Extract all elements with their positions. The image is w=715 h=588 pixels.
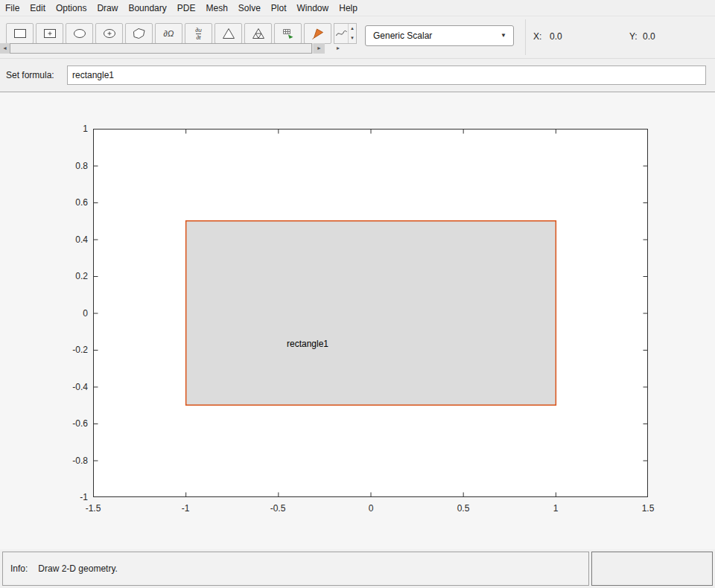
status-aux-box	[591, 552, 713, 586]
y-tick-label: -0.2	[43, 344, 88, 356]
dropdown-caret-icon: ▼	[500, 26, 506, 45]
refine-mesh-button[interactable]	[244, 23, 272, 44]
draw-rectangle-corner-button[interactable]	[6, 23, 34, 44]
x-tick-label: 0.5	[437, 503, 489, 514]
ellipse-corner-icon	[72, 27, 87, 40]
solve-pde-button[interactable]	[274, 23, 302, 44]
overflow-right-arrow[interactable]: ▸	[337, 45, 340, 51]
y-tick-label: -1	[43, 491, 88, 503]
scroll-left-arrow-icon[interactable]: ◄	[0, 43, 10, 54]
boundary-mode-button[interactable]: ∂Ω	[155, 23, 182, 44]
draw-ellipse-center-button[interactable]	[95, 23, 123, 44]
spinner-up-icon[interactable]: ▲	[349, 24, 356, 33]
menu-bar: File Edit Options Draw Boundary PDE Mesh…	[0, 0, 715, 16]
toolbar-separator	[525, 19, 526, 55]
x-tick-label: -1.5	[67, 503, 119, 514]
info-label: Info:	[10, 563, 28, 574]
spinner-down-icon[interactable]: ▼	[349, 33, 356, 43]
x-tick-label: -0.5	[252, 503, 304, 514]
menu-solve[interactable]: Solve	[233, 1, 266, 15]
initialize-mesh-button[interactable]	[214, 23, 242, 44]
menu-window[interactable]: Window	[292, 1, 334, 15]
x-tick-label: -1	[159, 503, 212, 514]
y-coordinate-label: Y:	[629, 31, 638, 42]
x-coordinate-value: 0.0	[550, 31, 562, 42]
y-tick-label: 0	[43, 307, 88, 319]
toolbar: ∂Ω ∂u ∂t	[0, 16, 715, 58]
solve-grid-icon	[281, 27, 296, 40]
rectangle-corner-icon	[13, 27, 28, 40]
menu-boundary[interactable]: Boundary	[123, 1, 171, 15]
mesh-triangle-icon	[221, 27, 236, 40]
menu-options[interactable]: Options	[51, 1, 92, 15]
plot-canvas: rectangle1 -1.5 -1 -0.5 0 0.5 1 1.5 1 0.…	[0, 92, 715, 549]
x-tick-label: 0	[345, 503, 397, 514]
set-formula-label: Set formula:	[6, 70, 54, 80]
draw-rectangle-center-button[interactable]	[36, 23, 63, 44]
rectangle-center-icon	[42, 27, 57, 40]
pde-mode-button[interactable]: ∂u ∂t	[185, 23, 212, 44]
plot-solution-button[interactable]	[304, 23, 331, 44]
refine-mesh-icon	[251, 27, 266, 40]
x-tick-label: 1	[530, 503, 582, 514]
curve-plot-icon	[334, 24, 348, 43]
pde-modeler-app: File Edit Options Draw Boundary PDE Mesh…	[0, 0, 715, 588]
y-tick-label: -0.8	[43, 455, 88, 467]
menu-file[interactable]: File	[0, 1, 25, 15]
draw-polygon-button[interactable]	[125, 23, 153, 44]
boundary-mode-icon: ∂Ω	[164, 29, 174, 38]
draw-ellipse-corner-button[interactable]	[66, 23, 93, 44]
polygon-icon	[132, 27, 147, 40]
pde-type-value: Generic Scalar	[373, 26, 432, 45]
menu-help[interactable]: Help	[334, 1, 363, 15]
menu-pde[interactable]: PDE	[172, 1, 201, 15]
info-box: Info:Draw 2-D geometry.	[2, 552, 589, 586]
y-tick-label: 0.2	[43, 270, 88, 282]
y-tick-label: -0.6	[43, 418, 88, 429]
toolbar-scrollbar[interactable]: ◄ ►	[0, 43, 325, 54]
shape-label: rectangle1	[263, 339, 352, 349]
rectangle1-shape[interactable]	[186, 221, 556, 406]
scrollbar-thumb[interactable]	[10, 43, 312, 54]
y-coordinate-value: 0.0	[643, 31, 655, 42]
x-coordinate-label: X:	[533, 31, 541, 42]
status-bar: Info:Draw 2-D geometry.	[0, 549, 715, 588]
y-tick-label: 0.8	[43, 160, 88, 172]
menu-draw[interactable]: Draw	[92, 1, 123, 15]
pde-mode-icon: ∂u ∂t	[195, 27, 201, 41]
toolbar-overflow-panel[interactable]: ▲ ▼	[334, 23, 357, 44]
info-text: Draw 2-D geometry.	[38, 563, 117, 574]
ellipse-center-icon	[102, 27, 117, 40]
x-tick-label: 1.5	[622, 503, 674, 514]
menu-plot[interactable]: Plot	[266, 1, 292, 15]
y-tick-label: 0.4	[43, 234, 88, 246]
overflow-spinner[interactable]: ▲ ▼	[348, 24, 356, 43]
set-formula-input[interactable]	[67, 65, 706, 85]
y-tick-label: 1	[43, 123, 88, 135]
plot-solution-icon	[311, 27, 325, 40]
scroll-right-arrow-icon[interactable]: ►	[314, 43, 325, 54]
set-formula-row: Set formula:	[0, 58, 715, 92]
axes[interactable]	[93, 129, 648, 497]
menu-edit[interactable]: Edit	[25, 1, 51, 15]
menu-mesh[interactable]: Mesh	[200, 1, 232, 15]
pde-type-dropdown[interactable]: Generic Scalar ▼	[365, 25, 514, 46]
y-tick-label: 0.6	[43, 196, 88, 208]
y-tick-label: -0.4	[43, 381, 88, 393]
